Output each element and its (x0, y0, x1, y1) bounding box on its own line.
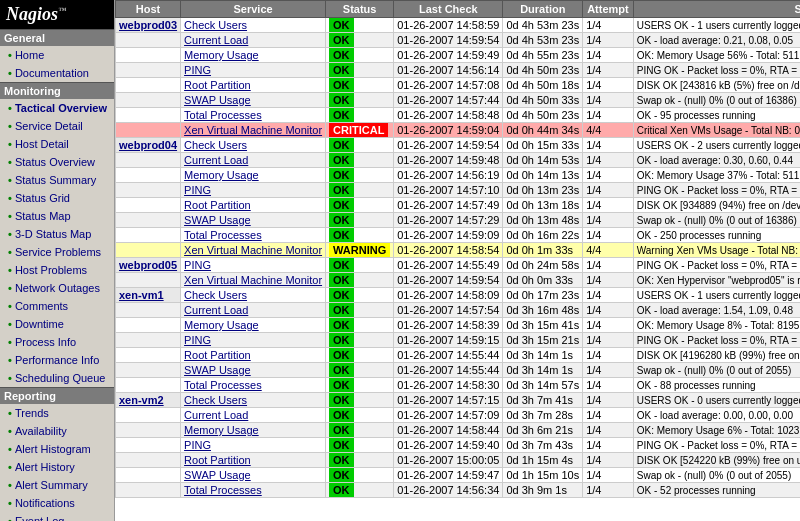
sidebar-item-scheduling-queue[interactable]: Scheduling Queue (0, 369, 114, 387)
col-service[interactable]: Service (181, 1, 326, 18)
host-link[interactable]: xen-vm1 (119, 289, 164, 301)
service-cell[interactable]: PING (181, 183, 326, 198)
sidebar-item-3d-status-map[interactable]: 3-D Status Map (0, 225, 114, 243)
sidebar-item-performance-info[interactable]: Performance Info (0, 351, 114, 369)
service-link[interactable]: PING (184, 334, 211, 346)
sidebar-item-alert-summary[interactable]: Alert Summary (0, 476, 114, 494)
service-cell[interactable]: PING (181, 258, 326, 273)
sidebar-item-status-map[interactable]: Status Map (0, 207, 114, 225)
service-link[interactable]: Memory Usage (184, 49, 259, 61)
host-cell[interactable]: webprod05 (116, 258, 181, 273)
col-attempt[interactable]: Attempt (583, 1, 634, 18)
sidebar-item-tactical-overview[interactable]: Tactical Overview (0, 99, 114, 117)
sidebar-item-host-problems[interactable]: Host Problems (0, 261, 114, 279)
sidebar-item-availability[interactable]: Availability (0, 422, 114, 440)
service-link[interactable]: SWAP Usage (184, 364, 251, 376)
sidebar-item-status-overview[interactable]: Status Overview (0, 153, 114, 171)
service-link[interactable]: Xen Virtual Machine Monitor (184, 244, 322, 256)
sidebar-item-notifications[interactable]: Notifications (0, 494, 114, 512)
service-cell[interactable]: Current Load (181, 408, 326, 423)
service-cell[interactable]: Check Users (181, 393, 326, 408)
service-cell[interactable]: Memory Usage (181, 423, 326, 438)
service-link[interactable]: Memory Usage (184, 319, 259, 331)
service-cell[interactable]: Root Partition (181, 198, 326, 213)
col-status[interactable]: Status (326, 1, 394, 18)
service-cell[interactable]: SWAP Usage (181, 468, 326, 483)
service-link[interactable]: Memory Usage (184, 424, 259, 436)
service-cell[interactable]: Total Processes (181, 483, 326, 498)
service-link[interactable]: PING (184, 64, 211, 76)
service-link[interactable]: Total Processes (184, 229, 262, 241)
service-cell[interactable]: Total Processes (181, 108, 326, 123)
col-host[interactable]: Host (116, 1, 181, 18)
sidebar-item-event-log[interactable]: Event Log (0, 512, 114, 521)
service-link[interactable]: SWAP Usage (184, 94, 251, 106)
sidebar-item-trends[interactable]: Trends (0, 404, 114, 422)
sidebar-item-service-detail[interactable]: Service Detail (0, 117, 114, 135)
sidebar-item-home[interactable]: Home (0, 46, 114, 64)
sidebar-item-status-grid[interactable]: Status Grid (0, 189, 114, 207)
service-link[interactable]: Memory Usage (184, 169, 259, 181)
host-link[interactable]: webprod05 (119, 259, 177, 271)
service-cell[interactable]: PING (181, 63, 326, 78)
service-cell[interactable]: Check Users (181, 288, 326, 303)
service-cell[interactable]: Root Partition (181, 453, 326, 468)
service-link[interactable]: Check Users (184, 139, 247, 151)
sidebar-item-alert-histogram[interactable]: Alert Histogram (0, 440, 114, 458)
service-link[interactable]: Root Partition (184, 454, 251, 466)
service-cell[interactable]: Total Processes (181, 228, 326, 243)
service-link[interactable]: Check Users (184, 394, 247, 406)
sidebar-item-downtime[interactable]: Downtime (0, 315, 114, 333)
service-link[interactable]: Check Users (184, 19, 247, 31)
sidebar-item-documentation[interactable]: Documentation (0, 64, 114, 82)
sidebar-item-comments[interactable]: Comments (0, 297, 114, 315)
service-link[interactable]: Root Partition (184, 199, 251, 211)
sidebar-item-status-summary[interactable]: Status Summary (0, 171, 114, 189)
service-cell[interactable]: Xen Virtual Machine Monitor (181, 123, 326, 138)
service-cell[interactable]: Current Load (181, 303, 326, 318)
host-cell[interactable]: webprod04 (116, 138, 181, 153)
service-cell[interactable]: Xen Virtual Machine Monitor (181, 273, 326, 288)
service-link[interactable]: PING (184, 259, 211, 271)
service-link[interactable]: Total Processes (184, 484, 262, 496)
sidebar-item-process-info[interactable]: Process Info (0, 333, 114, 351)
sidebar-item-network-outages[interactable]: Network Outages (0, 279, 114, 297)
service-link[interactable]: Total Processes (184, 109, 262, 121)
host-cell[interactable]: xen-vm2 (116, 393, 181, 408)
service-cell[interactable]: Current Load (181, 33, 326, 48)
service-cell[interactable]: PING (181, 438, 326, 453)
sidebar-item-alert-history[interactable]: Alert History (0, 458, 114, 476)
service-link[interactable]: Current Load (184, 304, 248, 316)
service-link[interactable]: Total Processes (184, 379, 262, 391)
host-cell[interactable]: webprod03 (116, 18, 181, 33)
service-link[interactable]: SWAP Usage (184, 469, 251, 481)
service-cell[interactable]: SWAP Usage (181, 363, 326, 378)
host-link[interactable]: xen-vm2 (119, 394, 164, 406)
service-link[interactable]: SWAP Usage (184, 214, 251, 226)
service-cell[interactable]: Memory Usage (181, 168, 326, 183)
service-cell[interactable]: Xen Virtual Machine Monitor (181, 243, 326, 258)
sidebar-item-service-problems[interactable]: Service Problems (0, 243, 114, 261)
service-cell[interactable]: Memory Usage (181, 318, 326, 333)
service-cell[interactable]: SWAP Usage (181, 213, 326, 228)
service-link[interactable]: Root Partition (184, 349, 251, 361)
service-link[interactable]: PING (184, 439, 211, 451)
service-link[interactable]: Xen Virtual Machine Monitor (184, 274, 322, 286)
service-cell[interactable]: Current Load (181, 153, 326, 168)
service-cell[interactable]: PING (181, 333, 326, 348)
service-link[interactable]: PING (184, 184, 211, 196)
service-cell[interactable]: Check Users (181, 138, 326, 153)
host-link[interactable]: webprod03 (119, 19, 177, 31)
service-cell[interactable]: Root Partition (181, 78, 326, 93)
service-cell[interactable]: Check Users (181, 18, 326, 33)
col-last-check[interactable]: Last Check (394, 1, 503, 18)
col-duration[interactable]: Duration (503, 1, 583, 18)
service-link[interactable]: Current Load (184, 34, 248, 46)
host-link[interactable]: webprod04 (119, 139, 177, 151)
service-link[interactable]: Current Load (184, 154, 248, 166)
service-cell[interactable]: Root Partition (181, 348, 326, 363)
col-info[interactable]: Status Information (633, 1, 800, 18)
service-link[interactable]: Check Users (184, 289, 247, 301)
service-cell[interactable]: Memory Usage (181, 48, 326, 63)
host-cell[interactable]: xen-vm1 (116, 288, 181, 303)
